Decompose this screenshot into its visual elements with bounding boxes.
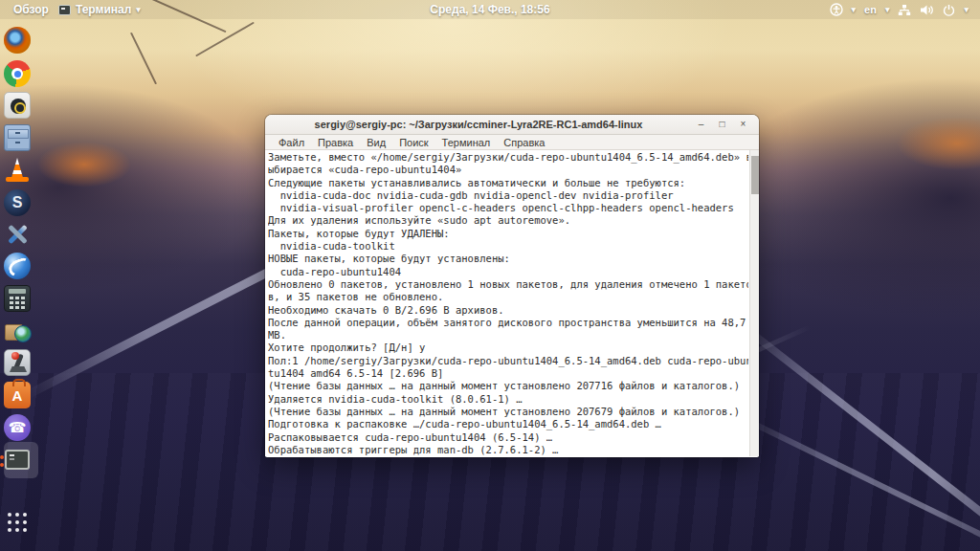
menu-item[interactable]: Справка [497,137,551,148]
activities-button[interactable]: Обзор [13,3,49,16]
scrollbar[interactable] [749,150,759,456]
keyboard-layout-indicator[interactable]: en [864,4,877,15]
wallpaper-branch [195,22,255,57]
terminal-mini-icon [58,5,71,15]
scrollbar-thumb[interactable] [751,156,759,194]
file-cabinet-icon [4,124,31,151]
viber-icon: ☎ [4,414,31,441]
dock-item-vlc[interactable] [4,156,31,183]
dock-item-firefox[interactable] [4,27,31,54]
minimize-button[interactable]: – [695,119,707,131]
camera-app-icon [4,92,31,119]
chevron-down-icon: ▾ [964,5,969,14]
power-icon[interactable] [943,4,955,16]
firefox-icon [4,27,31,54]
software-center-icon: A [4,382,31,408]
window-title: sergiy@sergiy-pc: ~/Загрузки/ccminer-Lyr… [265,119,692,130]
menu-item[interactable]: Поиск [392,137,434,148]
window-titlebar[interactable]: sergiy@sergiy-pc: ~/Загрузки/ccminer-Lyr… [265,115,759,135]
terminal-output: Заметьте, вместо «/home/sergiy/Загрузки/… [268,151,748,456]
switch-lever-icon [4,349,31,376]
chevron-down-icon: ▾ [885,5,890,14]
menu-item[interactable]: Терминал [435,137,498,148]
volume-icon[interactable] [920,4,934,16]
dock-item-calculator[interactable] [4,285,31,312]
package-globe-icon [4,317,31,343]
dock-item-show-applications[interactable] [4,507,31,534]
accessibility-icon[interactable] [830,3,843,16]
thunderbird-icon [4,253,31,279]
dock-item-software-center[interactable]: A [4,382,31,408]
chevron-down-icon: ▾ [852,5,857,14]
terminal-icon [5,450,30,470]
dock-item-thunderbird[interactable] [4,253,31,279]
menu-item[interactable]: Вид [360,137,392,148]
chrome-icon [4,60,31,87]
dock-item-camera-app[interactable] [4,92,31,119]
steam-icon: S [4,189,31,216]
vlc-icon [4,156,31,183]
dock-item-file-cabinet[interactable] [4,124,31,151]
network-wired-icon[interactable] [898,4,911,16]
menu-item[interactable]: Файл [272,137,311,148]
dock-item-viber[interactable]: ☎ [4,414,31,441]
calculator-icon [4,285,31,312]
chevron-down-icon: ▾ [136,5,141,14]
maximize-button[interactable]: □ [716,119,728,131]
app-menu[interactable]: Терминал ▾ [58,3,141,16]
dock-item-system-tools[interactable] [4,221,31,248]
launcher-dock: S A ☎ [0,19,36,551]
running-indicator-dots [0,455,4,459]
terminal-window: sergiy@sergiy-pc: ~/Загрузки/ccminer-Lyr… [265,115,759,457]
app-menu-label: Терминал [76,3,131,16]
wallpaper-branch [130,33,157,85]
menu-item[interactable]: Правка [311,137,360,148]
show-applications-icon [4,509,31,536]
close-button[interactable]: × [737,119,749,131]
dock-item-hardware-switch[interactable] [4,349,31,376]
dock-item-terminal-active[interactable] [4,447,31,474]
dock-item-package-manager[interactable] [4,317,31,343]
tools-icon [4,221,31,248]
dock-item-chrome[interactable] [4,60,31,87]
top-bar: Обзор Терминал ▾ Среда, 14 Фев., 18:56 ▾… [0,0,980,19]
terminal-content-area[interactable]: Заметьте, вместо «/home/sergiy/Загрузки/… [265,150,759,456]
dock-item-steam[interactable]: S [4,189,31,216]
menu-bar: ФайлПравкаВидПоискТерминалСправка [265,135,759,150]
